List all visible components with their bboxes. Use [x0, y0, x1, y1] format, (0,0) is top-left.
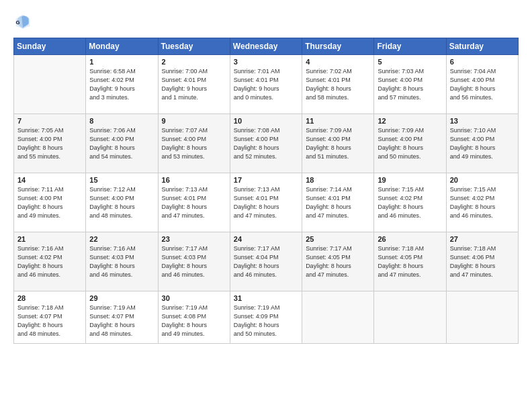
day-cell: 21Sunrise: 7:16 AM Sunset: 4:02 PM Dayli… — [14, 232, 86, 291]
day-number: 21 — [17, 235, 82, 243]
day-number: 2 — [162, 58, 226, 66]
day-cell: 26Sunrise: 7:18 AM Sunset: 4:05 PM Dayli… — [374, 232, 446, 291]
day-info: Sunrise: 7:18 AM Sunset: 4:07 PM Dayligh… — [17, 304, 82, 338]
day-cell: 6Sunrise: 7:04 AM Sunset: 4:00 PM Daylig… — [446, 55, 518, 114]
day-number: 5 — [378, 58, 442, 66]
day-cell: 22Sunrise: 7:16 AM Sunset: 4:03 PM Dayli… — [86, 232, 158, 291]
week-row-4: 21Sunrise: 7:16 AM Sunset: 4:02 PM Dayli… — [14, 232, 519, 291]
calendar-body: 1Sunrise: 6:58 AM Sunset: 4:02 PM Daylig… — [14, 55, 519, 344]
day-number: 3 — [234, 58, 298, 66]
day-cell — [14, 55, 86, 114]
day-cell — [446, 291, 518, 344]
day-info: Sunrise: 7:03 AM Sunset: 4:00 PM Dayligh… — [378, 67, 442, 102]
day-number: 14 — [17, 176, 82, 184]
day-cell: 10Sunrise: 7:08 AM Sunset: 4:00 PM Dayli… — [230, 114, 302, 173]
day-number: 19 — [378, 176, 442, 184]
header-cell-monday: Monday — [86, 38, 158, 55]
day-cell: 17Sunrise: 7:13 AM Sunset: 4:01 PM Dayli… — [230, 173, 302, 232]
day-cell: 18Sunrise: 7:14 AM Sunset: 4:01 PM Dayli… — [302, 173, 374, 232]
logo: G — [13, 12, 35, 31]
day-info: Sunrise: 7:18 AM Sunset: 4:05 PM Dayligh… — [378, 244, 442, 279]
calendar-header: SundayMondayTuesdayWednesdayThursdayFrid… — [14, 38, 519, 55]
day-number: 18 — [306, 176, 370, 184]
day-cell: 8Sunrise: 7:06 AM Sunset: 4:00 PM Daylig… — [86, 114, 158, 173]
day-cell: 7Sunrise: 7:05 AM Sunset: 4:00 PM Daylig… — [14, 114, 86, 173]
day-cell: 16Sunrise: 7:13 AM Sunset: 4:01 PM Dayli… — [158, 173, 230, 232]
header-cell-saturday: Saturday — [446, 38, 518, 55]
day-info: Sunrise: 7:00 AM Sunset: 4:01 PM Dayligh… — [162, 67, 226, 102]
day-cell: 27Sunrise: 7:18 AM Sunset: 4:06 PM Dayli… — [446, 232, 518, 291]
day-cell — [374, 291, 446, 344]
day-number: 15 — [89, 176, 154, 184]
day-cell: 28Sunrise: 7:18 AM Sunset: 4:07 PM Dayli… — [14, 291, 86, 344]
day-cell: 30Sunrise: 7:19 AM Sunset: 4:08 PM Dayli… — [158, 291, 230, 344]
day-number: 25 — [306, 235, 370, 243]
day-number: 8 — [89, 117, 154, 125]
day-info: Sunrise: 7:17 AM Sunset: 4:03 PM Dayligh… — [162, 244, 226, 279]
day-cell: 31Sunrise: 7:19 AM Sunset: 4:09 PM Dayli… — [230, 291, 302, 344]
day-info: Sunrise: 7:12 AM Sunset: 4:00 PM Dayligh… — [89, 185, 154, 220]
day-cell: 24Sunrise: 7:17 AM Sunset: 4:04 PM Dayli… — [230, 232, 302, 291]
week-row-5: 28Sunrise: 7:18 AM Sunset: 4:07 PM Dayli… — [14, 291, 519, 344]
header-cell-thursday: Thursday — [302, 38, 374, 55]
day-info: Sunrise: 7:06 AM Sunset: 4:00 PM Dayligh… — [89, 126, 154, 161]
day-number: 23 — [162, 235, 226, 243]
day-number: 24 — [234, 235, 298, 243]
day-number: 16 — [162, 176, 226, 184]
day-number: 27 — [450, 235, 515, 243]
day-cell: 25Sunrise: 7:17 AM Sunset: 4:05 PM Dayli… — [302, 232, 374, 291]
day-info: Sunrise: 6:58 AM Sunset: 4:02 PM Dayligh… — [89, 67, 154, 102]
header-row: SundayMondayTuesdayWednesdayThursdayFrid… — [14, 38, 519, 55]
day-info: Sunrise: 7:09 AM Sunset: 4:00 PM Dayligh… — [378, 126, 442, 161]
day-info: Sunrise: 7:17 AM Sunset: 4:05 PM Dayligh… — [306, 244, 370, 279]
day-cell: 11Sunrise: 7:09 AM Sunset: 4:00 PM Dayli… — [302, 114, 374, 173]
header-cell-friday: Friday — [374, 38, 446, 55]
day-info: Sunrise: 7:13 AM Sunset: 4:01 PM Dayligh… — [234, 185, 298, 220]
day-info: Sunrise: 7:18 AM Sunset: 4:06 PM Dayligh… — [450, 244, 515, 279]
day-number: 11 — [306, 117, 370, 125]
header: G — [13, 12, 519, 31]
day-info: Sunrise: 7:05 AM Sunset: 4:00 PM Dayligh… — [17, 126, 82, 161]
calendar-page: G SundayMondayTuesdayWednesdayThursdayFr… — [0, 0, 532, 411]
day-cell: 13Sunrise: 7:10 AM Sunset: 4:00 PM Dayli… — [446, 114, 518, 173]
day-info: Sunrise: 7:14 AM Sunset: 4:01 PM Dayligh… — [306, 185, 370, 220]
day-number: 13 — [450, 117, 515, 125]
day-number: 7 — [17, 117, 82, 125]
day-cell: 12Sunrise: 7:09 AM Sunset: 4:00 PM Dayli… — [374, 114, 446, 173]
day-number: 1 — [89, 58, 154, 66]
day-number: 9 — [162, 117, 226, 125]
day-info: Sunrise: 7:01 AM Sunset: 4:01 PM Dayligh… — [234, 67, 298, 102]
header-cell-sunday: Sunday — [14, 38, 86, 55]
logo-icon: G — [13, 12, 32, 31]
day-cell: 20Sunrise: 7:15 AM Sunset: 4:02 PM Dayli… — [446, 173, 518, 232]
day-number: 20 — [450, 176, 515, 184]
day-cell: 5Sunrise: 7:03 AM Sunset: 4:00 PM Daylig… — [374, 55, 446, 114]
day-number: 12 — [378, 117, 442, 125]
day-info: Sunrise: 7:15 AM Sunset: 4:02 PM Dayligh… — [450, 185, 515, 220]
week-row-1: 1Sunrise: 6:58 AM Sunset: 4:02 PM Daylig… — [14, 55, 519, 114]
week-row-2: 7Sunrise: 7:05 AM Sunset: 4:00 PM Daylig… — [14, 114, 519, 173]
day-cell — [302, 291, 374, 344]
day-cell: 19Sunrise: 7:15 AM Sunset: 4:02 PM Dayli… — [374, 173, 446, 232]
day-cell: 29Sunrise: 7:19 AM Sunset: 4:07 PM Dayli… — [86, 291, 158, 344]
day-number: 29 — [89, 294, 154, 302]
day-cell: 2Sunrise: 7:00 AM Sunset: 4:01 PM Daylig… — [158, 55, 230, 114]
day-info: Sunrise: 7:04 AM Sunset: 4:00 PM Dayligh… — [450, 67, 515, 102]
day-number: 31 — [234, 294, 298, 302]
day-cell: 14Sunrise: 7:11 AM Sunset: 4:00 PM Dayli… — [14, 173, 86, 232]
day-number: 10 — [234, 117, 298, 125]
day-cell: 9Sunrise: 7:07 AM Sunset: 4:00 PM Daylig… — [158, 114, 230, 173]
day-number: 30 — [162, 294, 226, 302]
day-info: Sunrise: 7:15 AM Sunset: 4:02 PM Dayligh… — [378, 185, 442, 220]
day-cell: 15Sunrise: 7:12 AM Sunset: 4:00 PM Dayli… — [86, 173, 158, 232]
day-info: Sunrise: 7:16 AM Sunset: 4:03 PM Dayligh… — [89, 244, 154, 279]
svg-text:G: G — [16, 19, 20, 26]
day-info: Sunrise: 7:13 AM Sunset: 4:01 PM Dayligh… — [162, 185, 226, 220]
day-info: Sunrise: 7:09 AM Sunset: 4:00 PM Dayligh… — [306, 126, 370, 161]
day-info: Sunrise: 7:07 AM Sunset: 4:00 PM Dayligh… — [162, 126, 226, 161]
day-number: 22 — [89, 235, 154, 243]
day-info: Sunrise: 7:19 AM Sunset: 4:08 PM Dayligh… — [162, 304, 226, 338]
header-cell-tuesday: Tuesday — [158, 38, 230, 55]
day-info: Sunrise: 7:11 AM Sunset: 4:00 PM Dayligh… — [17, 185, 82, 220]
day-number: 17 — [234, 176, 298, 184]
